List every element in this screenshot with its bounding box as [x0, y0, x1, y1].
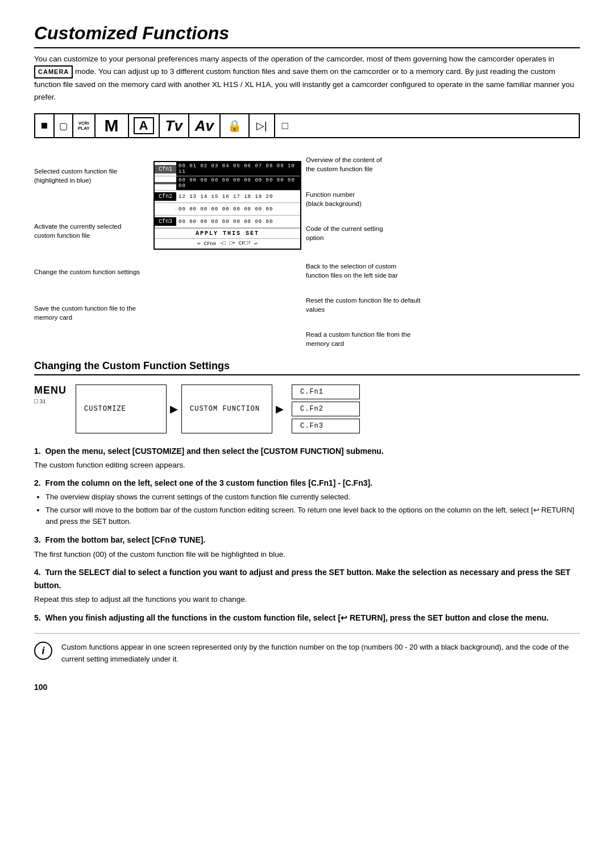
cfn3-label: Cfn3: [155, 217, 176, 226]
steps-section: 1. Open the menu, select [CUSTOMIZE] and…: [34, 445, 580, 625]
info-icon: i: [34, 642, 52, 660]
cfn2-values-row: 00 00 00 00 00 00 00 00 00: [155, 203, 300, 216]
left-annot-4: Save the custom function file to the mem…: [34, 304, 154, 322]
step-2: 2. From the column on the left, select o…: [34, 477, 580, 528]
left-annot-1: Selected custom function file(highlighte…: [34, 167, 154, 185]
cfn3-data: 00 00 00 00 00 00 00 00 00: [176, 218, 300, 226]
step-1: 1. Open the menu, select [CUSTOMIZE] and…: [34, 445, 580, 472]
mode-segment-a: A: [129, 114, 160, 137]
step-1-header: 1. Open the menu, select [CUSTOMIZE] and…: [34, 445, 580, 457]
icons-bar: ↩ CFn⊘ →□ □+ CF□² ↩: [155, 238, 300, 249]
intro-text-2: mode. You can adjust up to 3 different c…: [34, 67, 574, 101]
intro-paragraph: You can customize to your personal prefe…: [34, 53, 580, 103]
cfn2-values: 00 00 00 00 00 00 00 00 00: [176, 205, 300, 213]
right-annot-2: Function number(black background): [306, 190, 432, 208]
mode-bar: ⏹ ▢ VCR/ PLAY M A Tv Av 🔒 ▷| □: [34, 113, 580, 138]
diagram-section: Selected custom function file(highlighte…: [34, 150, 580, 348]
menu-box-custom-function: CUSTOM FUNCTION: [181, 385, 272, 433]
menu-label-block: MENU □ 31: [34, 385, 67, 433]
icon-cfn2: CF□²: [239, 241, 251, 247]
cf-screen: Cfn1 00 01 02 03 04 05 06 07 08 09 10 11…: [154, 161, 301, 250]
menu-box-customize: CUSTOMIZE: [76, 385, 167, 433]
cfn1-data: 00 01 02 03 04 05 06 07 08 09 10 11: [176, 162, 300, 176]
cfn2-label: Cfn2: [155, 192, 176, 201]
icon-box-arrow: □+: [229, 241, 235, 247]
menu-page-ref: □ 31: [34, 398, 67, 404]
mode-segment-frame: ▢: [55, 114, 73, 137]
step-2-bullet-2: The cursor will move to the bottom bar o…: [45, 505, 580, 528]
cfn1-data-row: 00 00 00 00 00 00 00 00 00 00 00 00: [155, 176, 300, 191]
cfn2-row: Cfn2 12 13 14 15 16 17 18 19 20: [155, 191, 300, 203]
menu-arrow-2: ▶: [272, 385, 287, 433]
cfn1-label: Cfn1: [155, 165, 176, 173]
mode-segment-bookmark: ▷|: [250, 114, 275, 137]
mode-segment-lock: 🔒: [221, 114, 250, 137]
info-text: Custom functions appear in one screen re…: [61, 642, 580, 666]
menu-navigation: MENU □ 31 CUSTOMIZE ▶ CUSTOM FUNCTION ▶ …: [34, 385, 580, 433]
step-5: 5. When you finish adjusting all the fun…: [34, 611, 580, 624]
section-heading: Changing the Custom Function Settings: [34, 360, 580, 375]
intro-text-1: You can customize to your personal prefe…: [34, 55, 554, 63]
step-5-header: 5. When you finish adjusting all the fun…: [34, 611, 580, 624]
cf-screen-wrapper: Cfn1 00 01 02 03 04 05 06 07 08 09 10 11…: [154, 150, 301, 348]
page-title: Customized Functions: [34, 23, 580, 48]
page-number: 100: [34, 683, 580, 692]
menu-arrow-1: ▶: [167, 385, 181, 433]
cfn3-row: Cfn3 00 00 00 00 00 00 00 00 00: [155, 216, 300, 228]
step-2-bullet-1: The overview display shows the current s…: [45, 491, 580, 503]
step-4: 4. Turn the SELECT dial to select a func…: [34, 566, 580, 605]
step-4-body: Repeat this step to adjust all the funct…: [34, 593, 580, 606]
step-2-bullets: The overview display shows the current s…: [45, 491, 580, 528]
mode-segment-tv: Tv: [160, 114, 189, 137]
mode-segment-tape: ⏹: [35, 114, 55, 137]
mode-segment-m: M: [96, 114, 129, 137]
right-annot-5: Reset the custom function file to defaul…: [306, 296, 432, 314]
menu-label: MENU: [34, 385, 67, 396]
right-annot-6: Read a custom function file from the mem…: [306, 330, 432, 348]
cfn1-row: Cfn1 00 01 02 03 04 05 06 07 08 09 10 11: [155, 162, 300, 176]
right-annot-1: Overview of the content ofthe custom fun…: [306, 155, 432, 173]
info-box: i Custom functions appear in one screen …: [34, 633, 580, 666]
left-annotations: Selected custom function file(highlighte…: [34, 150, 154, 348]
icon-return2: ↩: [254, 241, 257, 247]
cfn2-data: 12 13 14 15 16 17 18 19 20: [176, 193, 300, 201]
menu-option-cfn3: C.Fn3: [292, 419, 360, 433]
icon-return: ↩: [197, 241, 200, 247]
step-1-body: The custom function editing screen appea…: [34, 459, 580, 472]
menu-option-cfn2: C.Fn2: [292, 402, 360, 416]
apply-bar: APPLY THIS SET: [155, 228, 300, 238]
mode-segment-av: Av: [189, 114, 221, 137]
right-annotations: Overview of the content ofthe custom fun…: [301, 150, 432, 348]
step-2-header: 2. From the column on the left, select o…: [34, 477, 580, 489]
step-3-body: The first function (00) of the custom fu…: [34, 548, 580, 561]
cfn1-values: 00 00 00 00 00 00 00 00 00 00 00 00: [176, 176, 300, 190]
left-annot-3: Change the custom function settings: [34, 267, 154, 276]
right-annot-4: Back to the selection of customfunction …: [306, 262, 432, 280]
step-4-header: 4. Turn the SELECT dial to select a func…: [34, 566, 580, 592]
step-3-header: 3. From the bottom bar, select [CFn⊘ TUN…: [34, 534, 580, 546]
mode-segment-vcr: VCR/ PLAY: [73, 114, 96, 137]
menu-options: C.Fn1 C.Fn2 C.Fn3: [292, 385, 360, 433]
left-annot-2: Activate the currently selectedcustom fu…: [34, 222, 154, 240]
right-annot-3: Code of the current settingoption: [306, 224, 432, 242]
icon-arrow-box: →□: [219, 241, 226, 247]
icon-cfn-tune: CFn⊘: [204, 241, 217, 247]
camera-badge: CAMERA: [34, 65, 73, 79]
mode-segment-square: □: [275, 114, 579, 137]
menu-option-cfn1: C.Fn1: [292, 385, 360, 399]
step-3: 3. From the bottom bar, select [CFn⊘ TUN…: [34, 534, 580, 560]
